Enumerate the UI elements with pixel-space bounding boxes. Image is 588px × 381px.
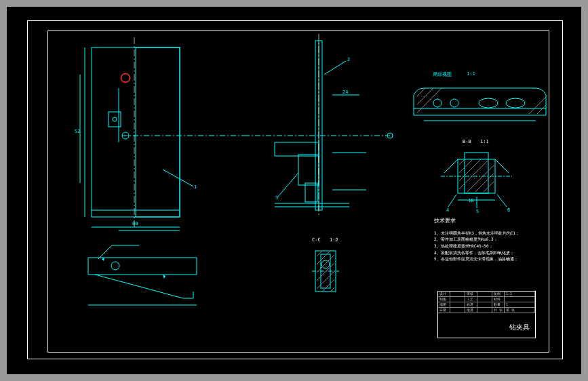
label-aa-scale: 1:1: [467, 71, 475, 77]
tb-cell: [477, 292, 492, 296]
tb-cell: [450, 297, 465, 302]
balloon-3: 3: [275, 195, 278, 201]
tb-cell: [505, 297, 535, 302]
dim-3: 24: [342, 89, 348, 95]
svg-line-61: [163, 169, 193, 186]
label-cc: C-C: [312, 237, 321, 243]
tb-cell: 第 张: [505, 308, 535, 313]
tb-cell: 共 张: [492, 308, 505, 313]
tb-row: 日期 批准 共 张 第 张: [438, 308, 535, 313]
tech-note-line: 5、各运动部件应灵活无卡滞现象，油路畅通；: [434, 256, 520, 262]
svg-rect-19: [275, 142, 319, 156]
svg-line-58: [448, 195, 456, 207]
svg-point-40: [506, 98, 525, 108]
tb-cell: [450, 292, 465, 296]
tb-row: 制图 工艺 材料: [438, 297, 535, 302]
tech-note-line: 2、零件加工表面粗糙度为Ra6.3；: [434, 236, 520, 243]
drawing-canvas: 局部视图 1:1 B-B 1:1 C-C 1:2 52 80 24 18 1 2…: [7, 7, 581, 374]
svg-point-27: [321, 260, 330, 268]
balloon-1: 1: [194, 184, 197, 190]
tb-cell: 描图: [438, 302, 450, 307]
tb-cell: 数量: [492, 302, 505, 307]
label-bb: B-B: [463, 139, 471, 144]
drawing-title: 钻夹具: [509, 323, 530, 332]
svg-line-60: [497, 195, 507, 207]
svg-line-43: [417, 88, 433, 104]
tb-cell: 日期: [438, 308, 450, 313]
svg-line-62: [278, 173, 298, 197]
svg-line-29: [317, 251, 322, 256]
tb-row: 描图 标准 数量 1: [438, 302, 535, 308]
label-cc-scale: 1:2: [330, 237, 338, 243]
tb-cell: [477, 308, 492, 313]
tb-cell: 审核: [465, 292, 477, 296]
dim-4: 18: [468, 198, 473, 203]
dim-2: 80: [132, 221, 138, 226]
label-bb-scale: 1:1: [480, 139, 489, 144]
dim-1: 52: [75, 129, 80, 134]
tb-cell: 制图: [438, 297, 450, 302]
tb-cell: [450, 302, 465, 307]
svg-line-53: [459, 159, 481, 181]
tech-notes-title: 技术要求: [434, 217, 520, 226]
balloon-6: 6: [507, 207, 510, 213]
svg-line-32: [317, 263, 334, 281]
svg-point-37: [433, 99, 442, 107]
tb-cell: 工艺: [465, 297, 477, 302]
svg-point-38: [450, 99, 458, 107]
svg-rect-1: [136, 47, 180, 217]
tech-note-line: 1、未注明圆角半径R3，倒角未注明处均为C1；: [434, 230, 520, 237]
title-block: 设计 审核 比例 1:1 制图 工艺 材料 描图 标准 数量 1 日期 批准: [437, 291, 536, 338]
tb-cell: 比例: [492, 292, 505, 296]
tb-cell: [477, 297, 492, 302]
tb-row: 设计 审核 比例 1:1: [438, 292, 535, 297]
tb-cell: 材料: [492, 297, 505, 302]
balloon-2: 2: [347, 57, 350, 62]
svg-line-45: [529, 97, 546, 114]
tb-cell: [477, 302, 492, 307]
tb-cell: 1:1: [505, 292, 535, 296]
svg-point-13: [111, 262, 119, 270]
tech-note-line: 3、热处理硬度要求HRC45~50；: [434, 243, 520, 249]
svg-point-66: [121, 73, 130, 83]
svg-line-33: [317, 271, 334, 289]
tb-cell: 设计: [438, 292, 450, 296]
balloon-5: 5: [476, 209, 479, 214]
svg-line-52: [459, 159, 473, 173]
svg-line-31: [317, 255, 334, 273]
svg-point-12: [113, 117, 117, 121]
tb-cell: 批准: [465, 308, 477, 313]
svg-rect-48: [465, 153, 488, 193]
tech-notes: 技术要求 1、未注明圆角半径R3，倒角未注明处均为C1； 2、零件加工表面粗糙度…: [434, 217, 520, 262]
svg-line-63: [324, 61, 346, 75]
tech-note-line: 4、装配前清洗各零件，去除毛刺和氧化皮；: [434, 249, 520, 256]
tb-cell: 1: [505, 302, 535, 307]
svg-line-46: [537, 105, 546, 114]
tb-cell: [450, 308, 465, 313]
svg-line-51: [459, 159, 465, 165]
svg-line-35: [330, 287, 334, 292]
tb-cell: 标准: [465, 302, 477, 307]
svg-line-30: [317, 251, 330, 264]
svg-point-39: [479, 98, 498, 108]
balloon-4: 4: [446, 207, 449, 213]
label-aa-extra: 局部视图: [433, 71, 452, 78]
svg-point-6: [121, 74, 130, 82]
